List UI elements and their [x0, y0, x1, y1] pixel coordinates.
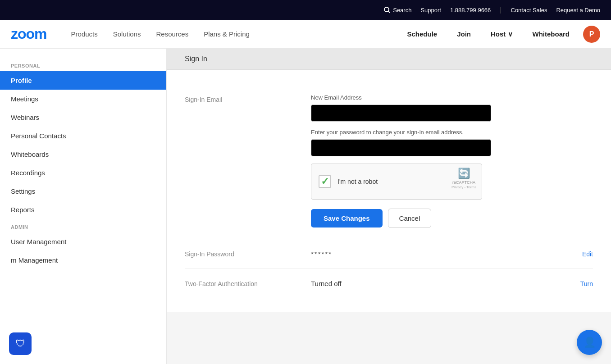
sign-in-email-row: Sign-In Email New Email Address Enter yo… — [185, 83, 593, 239]
new-email-label: New Email Address — [311, 94, 593, 101]
sidebar: PERSONAL Profile Meetings Webinars Perso… — [0, 49, 167, 364]
recaptcha-sub-text: Privacy - Terms — [451, 185, 476, 189]
password-help-text: Enter your password to change your sign-… — [311, 129, 593, 136]
search-label: Search — [393, 7, 411, 14]
nav-whiteboard[interactable]: Whiteboard — [526, 27, 576, 41]
main-content: Sign In Sign-In Email New Email Address … — [167, 49, 611, 364]
recaptcha-box[interactable]: ✓ I'm not a robot 🔄 reCAPTCHA Privacy - … — [311, 164, 482, 200]
sidebar-item-profile[interactable]: Profile — [0, 71, 166, 90]
search-button[interactable]: Search — [384, 7, 411, 14]
form-buttons: Save Changes Cancel — [311, 209, 593, 228]
sign-in-email-fields: New Email Address Enter your password to… — [311, 94, 593, 228]
sidebar-item-recordings[interactable]: Recordings — [0, 164, 166, 182]
recaptcha-checkbox[interactable]: ✓ — [319, 175, 331, 188]
nav-solutions[interactable]: Solutions — [107, 27, 147, 41]
chat-icon: 👤 — [584, 337, 596, 348]
recaptcha-brand-icon: 🔄 — [458, 168, 470, 179]
recaptcha-checkmark-icon: ✓ — [321, 176, 329, 187]
sidebar-item-meetings[interactable]: Meetings — [0, 90, 166, 108]
page-layout: PERSONAL Profile Meetings Webinars Perso… — [0, 49, 611, 364]
logo[interactable]: zoom — [11, 26, 47, 42]
recaptcha-logo: 🔄 reCAPTCHA Privacy - Terms — [451, 168, 476, 189]
user-avatar[interactable]: P — [583, 26, 600, 43]
admin-section-label: ADMIN — [0, 219, 166, 232]
phone-number[interactable]: 1.888.799.9666 — [450, 7, 491, 14]
nav-join[interactable]: Join — [451, 27, 477, 41]
sign-in-password-label: Sign-In Password — [185, 250, 311, 258]
nav-resources[interactable]: Resources — [150, 27, 195, 41]
password-value: ****** — [311, 250, 582, 258]
save-changes-button[interactable]: Save Changes — [311, 209, 383, 228]
nav-schedule[interactable]: Schedule — [401, 27, 443, 41]
contact-sales-link[interactable]: Contact Sales — [511, 7, 547, 14]
recaptcha-brand-text: reCAPTCHA — [452, 180, 475, 185]
security-badge[interactable]: 🛡 — [9, 332, 32, 355]
two-factor-value: Turned off — [311, 280, 580, 287]
sidebar-item-whiteboards[interactable]: Whiteboards — [0, 145, 166, 164]
nav-products[interactable]: Products — [65, 27, 104, 41]
edit-password-link[interactable]: Edit — [582, 250, 593, 258]
sign-in-email-label: Sign-In Email — [185, 94, 311, 103]
nav-right: Schedule Join Host ∨ Whiteboard P — [401, 26, 600, 43]
cancel-button[interactable]: Cancel — [388, 209, 432, 228]
nav-plans-pricing[interactable]: Plans & Pricing — [197, 27, 256, 41]
nav-links: Products Solutions Resources Plans & Pri… — [65, 27, 401, 41]
search-icon — [384, 7, 390, 13]
divider: | — [500, 6, 502, 14]
sidebar-item-m-management[interactable]: m Management — [0, 251, 166, 269]
sidebar-item-user-management[interactable]: User Management — [0, 232, 166, 251]
section-header: Sign In — [167, 49, 611, 70]
sidebar-item-personal-contacts[interactable]: Personal Contacts — [0, 127, 166, 145]
chat-widget[interactable]: 👤 — [577, 330, 602, 355]
svg-line-1 — [388, 11, 390, 13]
content-area: Sign-In Email New Email Address Enter yo… — [167, 70, 611, 312]
shield-icon: 🛡 — [15, 338, 25, 350]
turn-on-tfa-link[interactable]: Turn — [580, 280, 593, 287]
support-link[interactable]: Support — [420, 7, 441, 14]
personal-section-label: PERSONAL — [0, 58, 166, 71]
email-input[interactable] — [311, 105, 491, 122]
sidebar-item-settings[interactable]: Settings — [0, 182, 166, 200]
sign-in-password-row: Sign-In Password ****** Edit — [185, 239, 593, 269]
sidebar-item-webinars[interactable]: Webinars — [0, 108, 166, 127]
top-bar: Search Support 1.888.799.9666 | Contact … — [0, 0, 611, 20]
two-factor-label: Two-Factor Authentication — [185, 280, 311, 287]
nav-host[interactable]: Host ∨ — [484, 27, 519, 42]
two-factor-row: Two-Factor Authentication Turned off Tur… — [185, 269, 593, 298]
request-demo-link[interactable]: Request a Demo — [556, 7, 600, 14]
main-nav: zoom Products Solutions Resources Plans … — [0, 20, 611, 49]
password-input[interactable] — [311, 139, 491, 156]
sidebar-item-reports[interactable]: Reports — [0, 200, 166, 219]
